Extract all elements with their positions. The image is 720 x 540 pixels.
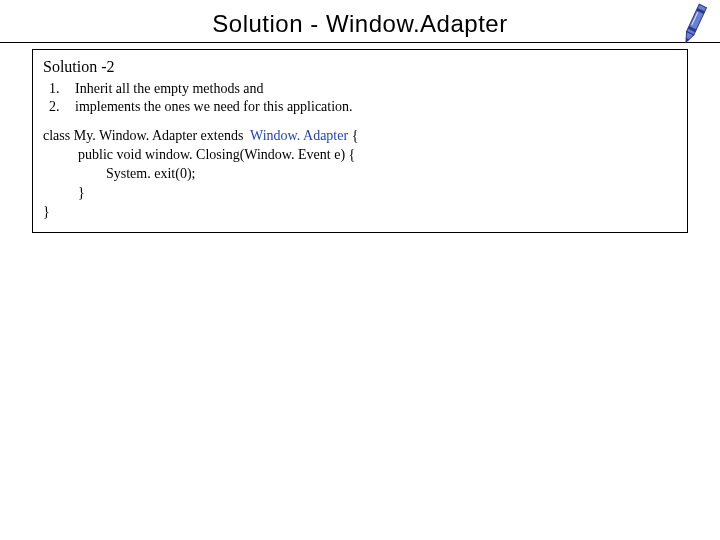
code-block: class My. Window. Adapter extends Window… xyxy=(43,127,677,221)
svg-rect-0 xyxy=(687,4,707,35)
slide: Solution - Window.Adapter Solution -2 1.… xyxy=(0,0,720,540)
numbered-list: 1. Inherit all the empty methods and 2. … xyxy=(43,80,677,118)
list-number: 2. xyxy=(43,98,75,117)
code-line: public void window. Closing(Window. Even… xyxy=(43,147,355,162)
crayon-icon xyxy=(674,0,714,50)
code-line: } xyxy=(43,204,50,219)
subtitle: Solution -2 xyxy=(43,56,677,78)
list-item: 2. implements the ones we need for this … xyxy=(43,98,677,117)
content-box: Solution -2 1. Inherit all the empty met… xyxy=(32,49,688,233)
list-number: 1. xyxy=(43,80,75,99)
code-keyword: Window. Adapter xyxy=(250,128,348,143)
code-line: } xyxy=(43,185,85,200)
code-line: { xyxy=(348,128,358,143)
code-line: System. exit(0); xyxy=(43,166,195,181)
list-item: 1. Inherit all the empty methods and xyxy=(43,80,677,99)
list-text: Inherit all the empty methods and xyxy=(75,80,677,99)
code-line: class My. Window. Adapter extends xyxy=(43,128,250,143)
slide-title: Solution - Window.Adapter xyxy=(0,0,720,43)
list-text: implements the ones we need for this app… xyxy=(75,98,677,117)
